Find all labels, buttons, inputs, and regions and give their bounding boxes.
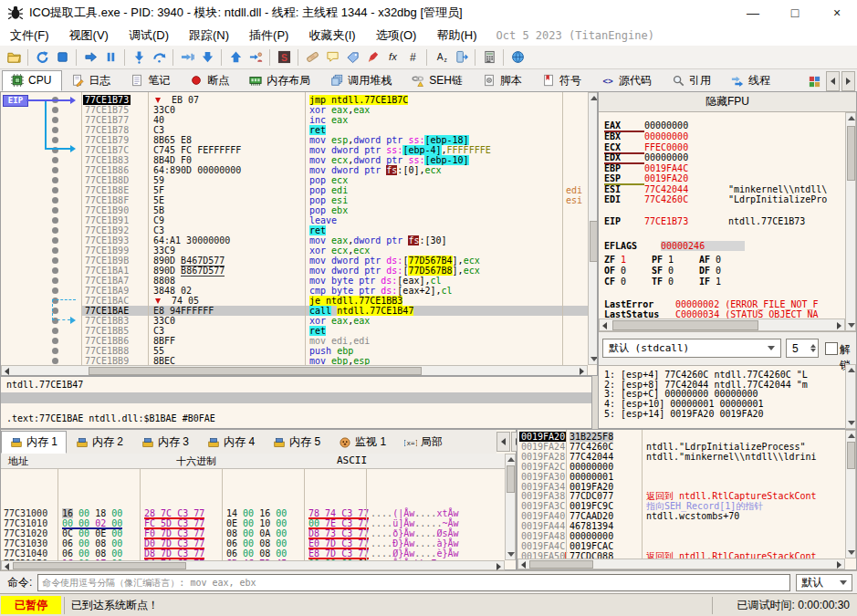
argument-row[interactable]: 3: [esp+C] 00000000 00000000 bbox=[604, 389, 758, 399]
dump-tab-dump-5[interactable]: 内存 5 bbox=[264, 431, 329, 454]
disasm-row[interactable]: 77CE1B9364:A1 30000000mov eax,dword ptr … bbox=[1, 235, 588, 245]
disasm-row[interactable]: 77CE1BA93848 02cmp byte ptr ds:[eax+2],c… bbox=[1, 286, 588, 296]
register-row-ebx[interactable]: EBX00000000 bbox=[604, 131, 728, 141]
breakpoint-dot[interactable] bbox=[52, 277, 58, 284]
disasm-row[interactable]: 77CE1BB5C3ret bbox=[1, 326, 588, 336]
run-to-user-button[interactable] bbox=[246, 47, 266, 68]
arguments-list[interactable]: 1: [esp+4] 77C4260C ntdll.77C4260C "L2: … bbox=[599, 364, 856, 429]
breakpoint-dot[interactable] bbox=[52, 267, 58, 274]
disassembly-pane[interactable]: 77CE1B73EB 07jmp ntdll.77CE1B7C77CE1B753… bbox=[0, 91, 598, 376]
command-input[interactable] bbox=[37, 574, 790, 591]
stack-pane[interactable]: 0019FA2031B225F80019FA2477C4260Cntdll."L… bbox=[517, 429, 857, 570]
arg-count-spinner[interactable]: 5 bbox=[786, 339, 819, 358]
breakpoint-dot[interactable] bbox=[52, 338, 58, 344]
calculator-button[interactable] bbox=[479, 47, 499, 68]
disasm-row[interactable]: 77CE1B7CC745 FC FEFFFFFFmov dword ptr ss… bbox=[1, 145, 588, 155]
pause-button[interactable] bbox=[100, 47, 120, 68]
dump-tab-dump-2[interactable]: 内存 2 bbox=[67, 431, 132, 454]
disasm-row[interactable]: 77CE1BAC74 05je ntdll.77CE1BB3 bbox=[1, 296, 588, 306]
registers-hscrollbar[interactable] bbox=[599, 318, 845, 331]
menu-item-favourites[interactable]: 收藏夹(I) bbox=[298, 26, 365, 46]
hash-button[interactable]: # bbox=[402, 47, 423, 68]
trace-into-button[interactable] bbox=[177, 47, 197, 68]
tab-notes[interactable]: 笔记 bbox=[121, 70, 181, 91]
stack-vscrollbar[interactable] bbox=[845, 430, 856, 559]
trace-over-button[interactable] bbox=[197, 47, 217, 68]
breakpoint-dot[interactable] bbox=[52, 287, 58, 294]
disasm-row[interactable]: 77CE1B905Bpop ebx bbox=[1, 205, 588, 215]
disasm-row[interactable]: 77CE1B78C3ret bbox=[1, 125, 588, 135]
disasm-row[interactable]: 77CE1B91C9leave bbox=[1, 215, 588, 225]
dump-tabs-left-arrow[interactable] bbox=[496, 432, 510, 452]
command-combo[interactable]: 默认 bbox=[796, 574, 852, 591]
tab-source[interactable]: <>源代码 bbox=[592, 70, 663, 91]
disasm-row[interactable]: 77CE1BA78808mov byte ptr ds:[eax],cl bbox=[1, 276, 588, 286]
disasm-row[interactable]: 77CE1BB68BFFmov edi,edi bbox=[1, 336, 588, 346]
stop-button[interactable] bbox=[52, 47, 72, 68]
disasm-row[interactable]: 77CE1BB333C0xor eax,eax bbox=[1, 316, 588, 326]
register-row-esp[interactable]: ESP0019FA20 bbox=[604, 173, 728, 183]
patches-button[interactable] bbox=[302, 47, 322, 68]
argument-row[interactable]: 4: [esp+10] 00000001 00000001 bbox=[604, 399, 764, 409]
breakpoint-dot[interactable] bbox=[52, 177, 58, 183]
register-row-ebp[interactable]: EBP0019FA4C bbox=[604, 163, 728, 173]
disasm-row[interactable]: 77CE1BAEE8 94FFFFFFcall ntdll.77CE1B47 bbox=[1, 306, 588, 316]
assemble-button[interactable]: fx bbox=[382, 47, 402, 68]
breakpoint-dot[interactable] bbox=[52, 348, 58, 354]
tab-script[interactable]: 脚本 bbox=[474, 70, 533, 91]
breakpoint-dot[interactable] bbox=[52, 237, 58, 244]
breakpoint-dot[interactable] bbox=[52, 227, 58, 234]
skip-button[interactable]: S bbox=[274, 47, 294, 68]
dump-tab-dump-3[interactable]: 内存 3 bbox=[132, 431, 198, 454]
step-into-button[interactable] bbox=[129, 47, 149, 68]
register-row-eip[interactable]: EIP77CE1B73ntdll.77CE1B73 bbox=[604, 216, 805, 226]
maximize-button[interactable]: □ bbox=[775, 0, 815, 26]
argument-row[interactable]: 2: [esp+8] 77C42044 ntdll.77C42044 "m bbox=[604, 380, 808, 390]
register-row-esi[interactable]: ESI77C42044"minkernel\\ntdll\ bbox=[604, 184, 827, 194]
flags-row[interactable]: OF 0SF 0DF 0 bbox=[604, 266, 747, 276]
dump-vscrollbar[interactable] bbox=[505, 454, 516, 560]
flags-row[interactable]: CF 0TF 0IF 1 bbox=[604, 277, 747, 287]
menu-item-file[interactable]: 文件(F) bbox=[0, 26, 59, 46]
disasm-row[interactable]: 77CE1B7740inc eax bbox=[1, 115, 588, 125]
tab-log[interactable]: 日志 bbox=[62, 70, 121, 91]
blocks-button[interactable] bbox=[804, 71, 824, 91]
disasm-row[interactable]: 77CE1B838B4D F0mov ecx,dword ptr ss:[ebp… bbox=[1, 155, 588, 165]
tab-seh-chain[interactable]: SEH链 bbox=[402, 70, 474, 91]
disasm-row[interactable]: 77CE1B8F5Epop esiesi bbox=[1, 195, 588, 205]
disasm-row[interactable]: 77CE1BA1890D B867D577mov dword ptr ds:[7… bbox=[1, 266, 588, 276]
registers-vscrollbar[interactable] bbox=[845, 112, 856, 331]
disasm-vscrollbar[interactable] bbox=[588, 92, 598, 365]
dump-tab-watch-1[interactable]: 监视 1 bbox=[329, 431, 395, 454]
menu-item-debug[interactable]: 调试(D) bbox=[119, 26, 179, 46]
argument-row[interactable]: 5: [esp+14] 0019FA20 0019FA20 bbox=[604, 409, 764, 419]
menu-item-options[interactable]: 选项(O) bbox=[366, 26, 427, 46]
tab-symbols[interactable]: 符号 bbox=[533, 70, 592, 91]
tab-threads[interactable]: 线程 bbox=[722, 70, 781, 91]
menu-item-plugins[interactable]: 插件(P) bbox=[239, 26, 298, 46]
tab-breakpoints[interactable]: 断点 bbox=[181, 70, 240, 91]
preferences-button[interactable] bbox=[507, 47, 528, 68]
dump-hscrollbar[interactable] bbox=[1, 560, 505, 570]
dump-tab-dump-4[interactable]: 内存 4 bbox=[198, 431, 264, 454]
menu-item-trace[interactable]: 跟踪(N) bbox=[179, 26, 239, 46]
disasm-row[interactable]: 77CE1B798B65 E8mov esp,dword ptr ss:[ebp… bbox=[1, 135, 588, 145]
breakpoint-dot[interactable] bbox=[52, 117, 58, 123]
breakpoint-dot[interactable] bbox=[52, 107, 58, 113]
tab-references[interactable]: 引用 bbox=[663, 70, 722, 91]
disasm-row[interactable]: 77CE1B8E5Fpop ediedi bbox=[1, 185, 588, 195]
breakpoint-dot[interactable] bbox=[52, 247, 58, 254]
disasm-row[interactable]: 77CE1B73EB 07jmp ntdll.77CE1B7C bbox=[1, 95, 588, 105]
disasm-row[interactable]: 77CE1BB855push ebp bbox=[1, 346, 588, 356]
args-vscrollbar[interactable] bbox=[845, 364, 856, 429]
register-row-edx[interactable]: EDX00000000 bbox=[604, 152, 728, 162]
register-row-edi[interactable]: EDI77C4260C"LdrpInitializePro bbox=[604, 194, 827, 204]
breakpoint-dot[interactable] bbox=[52, 328, 58, 334]
register-row-ecx[interactable]: ECXFFEC0000 bbox=[604, 142, 728, 152]
register-row-lasterror[interactable]: LastError00000002 (ERROR_FILE_NOT_F bbox=[604, 299, 819, 309]
tab-memory-map[interactable]: 内存布局 bbox=[240, 70, 321, 91]
breakpoint-dot[interactable] bbox=[52, 167, 58, 173]
breakpoint-dot[interactable] bbox=[52, 127, 58, 133]
disasm-row[interactable]: 77CE1B7533C0xor eax,eax bbox=[1, 105, 588, 115]
restart-button[interactable] bbox=[32, 47, 52, 68]
